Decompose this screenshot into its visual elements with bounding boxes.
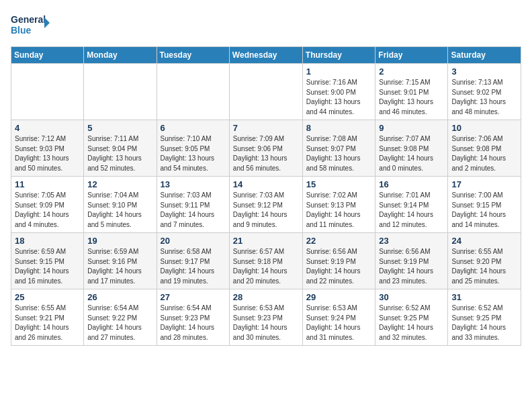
day-number: 11 [15, 179, 80, 189]
day-info: Sunrise: 6:57 AM Sunset: 9:18 PM Dayligh… [233, 247, 299, 286]
day-number: 22 [306, 236, 372, 246]
calendar-table: SundayMondayTuesdayWednesdayThursdayFrid… [11, 46, 521, 346]
day-number: 24 [451, 236, 517, 246]
day-number: 2 [379, 66, 444, 77]
day-info: Sunrise: 7:12 AM Sunset: 9:03 PM Dayligh… [15, 134, 80, 173]
calendar-day-cell [84, 64, 157, 120]
calendar-day-cell [11, 64, 84, 120]
calendar-day-cell: 24Sunrise: 6:55 AM Sunset: 9:20 PM Dayli… [448, 233, 521, 289]
day-info: Sunrise: 7:04 AM Sunset: 9:10 PM Dayligh… [87, 191, 152, 230]
day-number: 9 [379, 123, 444, 133]
calendar-day-cell: 29Sunrise: 6:53 AM Sunset: 9:24 PM Dayli… [302, 289, 375, 346]
calendar-day-cell: 3Sunrise: 7:13 AM Sunset: 9:02 PM Daylig… [448, 64, 521, 120]
calendar-day-cell: 2Sunrise: 7:15 AM Sunset: 9:01 PM Daylig… [375, 64, 448, 120]
calendar-day-cell: 23Sunrise: 6:56 AM Sunset: 9:19 PM Dayli… [375, 233, 448, 289]
calendar-day-cell: 11Sunrise: 7:05 AM Sunset: 9:09 PM Dayli… [11, 177, 84, 233]
day-info: Sunrise: 7:15 AM Sunset: 9:01 PM Dayligh… [379, 78, 444, 117]
day-number: 23 [379, 236, 444, 246]
day-info: Sunrise: 7:00 AM Sunset: 9:15 PM Dayligh… [451, 191, 517, 230]
day-info: Sunrise: 7:16 AM Sunset: 9:00 PM Dayligh… [306, 78, 372, 117]
day-number: 30 [379, 292, 444, 302]
calendar-day-cell: 10Sunrise: 7:06 AM Sunset: 9:08 PM Dayli… [448, 120, 521, 177]
day-of-week-header: Monday [84, 47, 157, 64]
calendar-day-cell [229, 64, 302, 120]
day-info: Sunrise: 7:10 AM Sunset: 9:05 PM Dayligh… [161, 134, 226, 173]
day-of-week-header: Sunday [11, 47, 84, 64]
day-of-week-header: Tuesday [157, 47, 229, 64]
day-of-week-header: Friday [375, 47, 448, 64]
calendar-day-cell: 31Sunrise: 6:52 AM Sunset: 9:25 PM Dayli… [448, 289, 521, 346]
day-number: 13 [161, 179, 226, 189]
day-of-week-header: Saturday [448, 47, 521, 64]
day-number: 28 [233, 292, 299, 302]
calendar-day-cell: 9Sunrise: 7:07 AM Sunset: 9:08 PM Daylig… [375, 120, 448, 177]
calendar-day-cell: 15Sunrise: 7:02 AM Sunset: 9:13 PM Dayli… [302, 177, 375, 233]
day-number: 16 [379, 179, 444, 189]
logo-svg: General Blue [11, 11, 51, 41]
day-number: 25 [15, 292, 80, 302]
day-number: 31 [451, 292, 517, 302]
calendar-day-cell: 4Sunrise: 7:12 AM Sunset: 9:03 PM Daylig… [11, 120, 84, 177]
logo: General Blue [11, 11, 51, 41]
day-number: 20 [161, 236, 226, 246]
calendar-week-row: 11Sunrise: 7:05 AM Sunset: 9:09 PM Dayli… [11, 177, 521, 233]
day-info: Sunrise: 7:02 AM Sunset: 9:13 PM Dayligh… [306, 191, 372, 230]
calendar-week-row: 18Sunrise: 6:59 AM Sunset: 9:15 PM Dayli… [11, 233, 521, 289]
day-of-week-header: Thursday [302, 47, 375, 64]
calendar-day-cell [157, 64, 229, 120]
page-wrapper: General Blue SundayMondayTuesdayWednesda… [11, 11, 521, 346]
day-number: 26 [87, 292, 152, 302]
calendar-day-cell: 19Sunrise: 6:59 AM Sunset: 9:16 PM Dayli… [84, 233, 157, 289]
calendar-day-cell: 8Sunrise: 7:08 AM Sunset: 9:07 PM Daylig… [302, 120, 375, 177]
calendar-day-cell: 5Sunrise: 7:11 AM Sunset: 9:04 PM Daylig… [84, 120, 157, 177]
calendar-header-row: SundayMondayTuesdayWednesdayThursdayFrid… [11, 47, 521, 64]
day-info: Sunrise: 7:13 AM Sunset: 9:02 PM Dayligh… [451, 78, 517, 117]
day-number: 6 [161, 123, 226, 133]
day-info: Sunrise: 6:55 AM Sunset: 9:20 PM Dayligh… [451, 247, 517, 286]
day-info: Sunrise: 7:08 AM Sunset: 9:07 PM Dayligh… [306, 134, 372, 173]
day-number: 12 [87, 179, 152, 189]
day-info: Sunrise: 6:53 AM Sunset: 9:24 PM Dayligh… [306, 304, 372, 342]
day-info: Sunrise: 6:56 AM Sunset: 9:19 PM Dayligh… [306, 247, 372, 286]
page-header: General Blue [11, 11, 521, 41]
day-of-week-header: Wednesday [229, 47, 302, 64]
calendar-day-cell: 30Sunrise: 6:52 AM Sunset: 9:25 PM Dayli… [375, 289, 448, 346]
day-info: Sunrise: 6:52 AM Sunset: 9:25 PM Dayligh… [451, 304, 517, 342]
calendar-day-cell: 18Sunrise: 6:59 AM Sunset: 9:15 PM Dayli… [11, 233, 84, 289]
calendar-day-cell: 7Sunrise: 7:09 AM Sunset: 9:06 PM Daylig… [229, 120, 302, 177]
calendar-week-row: 25Sunrise: 6:55 AM Sunset: 9:21 PM Dayli… [11, 289, 521, 346]
calendar-day-cell: 27Sunrise: 6:54 AM Sunset: 9:23 PM Dayli… [157, 289, 229, 346]
day-number: 27 [161, 292, 226, 302]
calendar-day-cell: 20Sunrise: 6:58 AM Sunset: 9:17 PM Dayli… [157, 233, 229, 289]
day-info: Sunrise: 7:06 AM Sunset: 9:08 PM Dayligh… [451, 134, 517, 173]
svg-text:General: General [11, 14, 46, 25]
day-number: 18 [15, 236, 80, 246]
svg-marker-2 [44, 17, 50, 28]
day-number: 14 [233, 179, 299, 189]
calendar-day-cell: 21Sunrise: 6:57 AM Sunset: 9:18 PM Dayli… [229, 233, 302, 289]
calendar-day-cell: 13Sunrise: 7:03 AM Sunset: 9:11 PM Dayli… [157, 177, 229, 233]
day-info: Sunrise: 7:05 AM Sunset: 9:09 PM Dayligh… [15, 191, 80, 230]
calendar-day-cell: 25Sunrise: 6:55 AM Sunset: 9:21 PM Dayli… [11, 289, 84, 346]
day-info: Sunrise: 7:09 AM Sunset: 9:06 PM Dayligh… [233, 134, 299, 173]
calendar-day-cell: 16Sunrise: 7:01 AM Sunset: 9:14 PM Dayli… [375, 177, 448, 233]
day-info: Sunrise: 6:52 AM Sunset: 9:25 PM Dayligh… [379, 304, 444, 342]
day-number: 1 [306, 66, 372, 77]
calendar-week-row: 4Sunrise: 7:12 AM Sunset: 9:03 PM Daylig… [11, 120, 521, 177]
day-number: 7 [233, 123, 299, 133]
day-number: 29 [306, 292, 372, 302]
calendar-day-cell: 28Sunrise: 6:53 AM Sunset: 9:23 PM Dayli… [229, 289, 302, 346]
day-info: Sunrise: 6:59 AM Sunset: 9:15 PM Dayligh… [15, 247, 80, 286]
day-number: 21 [233, 236, 299, 246]
day-info: Sunrise: 6:53 AM Sunset: 9:23 PM Dayligh… [233, 304, 299, 342]
day-info: Sunrise: 7:03 AM Sunset: 9:11 PM Dayligh… [161, 191, 226, 230]
day-number: 5 [87, 123, 152, 133]
day-info: Sunrise: 6:54 AM Sunset: 9:23 PM Dayligh… [161, 304, 226, 342]
calendar-day-cell: 22Sunrise: 6:56 AM Sunset: 9:19 PM Dayli… [302, 233, 375, 289]
calendar-day-cell: 12Sunrise: 7:04 AM Sunset: 9:10 PM Dayli… [84, 177, 157, 233]
day-number: 4 [15, 123, 80, 133]
calendar-day-cell: 6Sunrise: 7:10 AM Sunset: 9:05 PM Daylig… [157, 120, 229, 177]
calendar-day-cell: 17Sunrise: 7:00 AM Sunset: 9:15 PM Dayli… [448, 177, 521, 233]
calendar-day-cell: 14Sunrise: 7:03 AM Sunset: 9:12 PM Dayli… [229, 177, 302, 233]
day-number: 10 [451, 123, 517, 133]
